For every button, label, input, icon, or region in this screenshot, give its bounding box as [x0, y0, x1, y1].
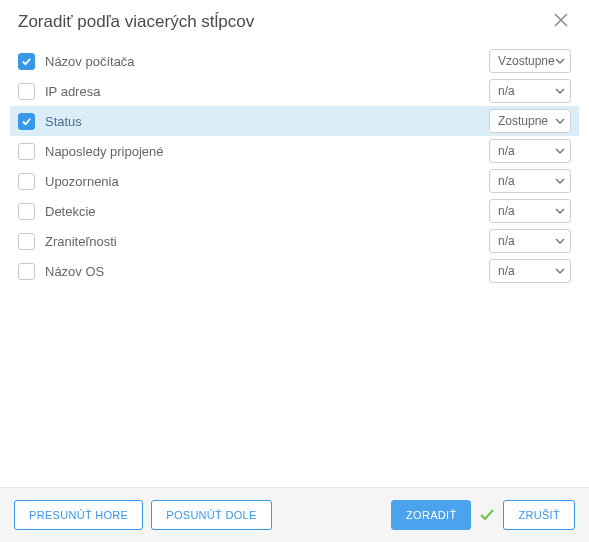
sort-direction-select[interactable]: n/a: [489, 259, 571, 283]
sort-direction-select[interactable]: n/a: [489, 199, 571, 223]
sort-direction-value[interactable]: n/a: [489, 139, 571, 163]
column-label: Detekcie: [45, 204, 489, 219]
sort-direction-value[interactable]: Zostupne: [489, 109, 571, 133]
sort-direction-select[interactable]: n/a: [489, 229, 571, 253]
sort-direction-select[interactable]: Vzostupne: [489, 49, 571, 73]
column-row[interactable]: Názov OSn/a: [10, 256, 579, 286]
column-label: Názov OS: [45, 264, 489, 279]
column-checkbox[interactable]: [18, 143, 35, 160]
success-check-icon: [479, 507, 495, 523]
sort-direction-value[interactable]: n/a: [489, 199, 571, 223]
column-row[interactable]: Naposledy pripojenén/a: [10, 136, 579, 166]
column-checkbox[interactable]: [18, 203, 35, 220]
column-checkbox[interactable]: [18, 233, 35, 250]
sort-direction-select[interactable]: n/a: [489, 169, 571, 193]
sort-direction-value[interactable]: n/a: [489, 169, 571, 193]
column-row[interactable]: Detekcien/a: [10, 196, 579, 226]
column-checkbox[interactable]: [18, 113, 35, 130]
sort-button[interactable]: ZORADIŤ: [391, 500, 471, 530]
dialog-header: Zoradiť podľa viacerých stĺpcov: [0, 0, 589, 40]
column-row[interactable]: Zraniteľnostin/a: [10, 226, 579, 256]
column-row[interactable]: Názov počítačaVzostupne: [10, 46, 579, 76]
sort-direction-value[interactable]: n/a: [489, 79, 571, 103]
dialog-footer: PRESUNÚŤ HORE POSUNÚŤ DOLE ZORADIŤ ZRUŠI…: [0, 487, 589, 542]
dialog-title: Zoradiť podľa viacerých stĺpcov: [18, 12, 254, 32]
column-checkbox[interactable]: [18, 53, 35, 70]
sort-direction-select[interactable]: Zostupne: [489, 109, 571, 133]
column-row[interactable]: StatusZostupne: [10, 106, 579, 136]
sort-direction-value[interactable]: Vzostupne: [489, 49, 571, 73]
column-label: Názov počítača: [45, 54, 489, 69]
move-down-button[interactable]: POSUNÚŤ DOLE: [151, 500, 271, 530]
move-up-button[interactable]: PRESUNÚŤ HORE: [14, 500, 143, 530]
column-label: Upozornenia: [45, 174, 489, 189]
sort-direction-select[interactable]: n/a: [489, 139, 571, 163]
column-checkbox[interactable]: [18, 83, 35, 100]
cancel-button[interactable]: ZRUŠIŤ: [503, 500, 575, 530]
column-label: Status: [45, 114, 489, 129]
column-row[interactable]: Upozornenian/a: [10, 166, 579, 196]
column-label: IP adresa: [45, 84, 489, 99]
column-checkbox[interactable]: [18, 263, 35, 280]
sort-direction-value[interactable]: n/a: [489, 229, 571, 253]
sort-direction-select[interactable]: n/a: [489, 79, 571, 103]
close-icon: [554, 13, 568, 31]
column-list: Názov počítačaVzostupneIP adresan/aStatu…: [0, 40, 589, 487]
column-label: Zraniteľnosti: [45, 234, 489, 249]
column-checkbox[interactable]: [18, 173, 35, 190]
column-row[interactable]: IP adresan/a: [10, 76, 579, 106]
close-button[interactable]: [551, 12, 571, 32]
column-label: Naposledy pripojené: [45, 144, 489, 159]
sort-direction-value[interactable]: n/a: [489, 259, 571, 283]
